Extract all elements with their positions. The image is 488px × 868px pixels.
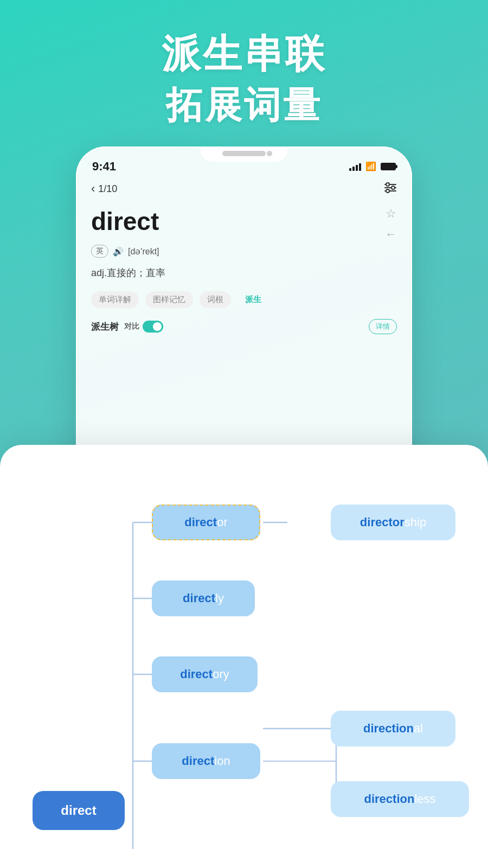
svg-point-4 [391,186,395,189]
nav-back[interactable]: ‹ 1/10 [91,182,117,196]
word-action-icons: ☆ ← [385,207,397,241]
battery-icon [381,163,396,170]
tab-image[interactable]: 图样记忆 [145,291,193,308]
signal-icon [349,162,361,171]
phone-time: 9:41 [92,159,116,174]
tree-card: direct director directorship directly di… [0,445,488,868]
directional-suffix: al [414,722,423,736]
node-directly[interactable]: directly [152,580,255,616]
direction-stem: direct [182,754,214,768]
direction-suffix: ion [214,754,230,768]
directory-stem: direct [180,667,213,681]
filter-icon[interactable] [384,182,397,196]
derivative-header: 派生树 对比 详情 [91,319,397,334]
title-line2: 拓展词量 [0,81,488,130]
wifi-icon: 📶 [365,161,376,171]
word-title: direct [91,207,159,236]
title-line1: 派生串联 [0,33,488,75]
node-direct[interactable]: direct [33,791,125,830]
node-directory[interactable]: directory [152,656,258,692]
directionless-stem: direction [364,792,414,806]
node-director[interactable]: director [152,505,260,540]
notch-pill [222,151,266,156]
directorship-stem: director [360,515,404,529]
nav-bar: ‹ 1/10 [91,182,397,196]
back-chevron-icon[interactable]: ‹ [91,182,95,196]
directory-suffix: ory [213,667,229,681]
director-suffix: or [217,515,228,529]
phonetic-lang-tag: 英 [91,245,108,258]
directly-suffix: ly [215,591,224,605]
notch-dot [267,151,272,156]
phonetic-text: [də'rekt] [128,246,159,257]
node-direct-label: direct [61,803,96,818]
tab-root[interactable]: 词根 [200,291,231,308]
phone-content: ‹ 1/10 direct [76,176,412,345]
toggle-switch[interactable] [143,321,163,333]
sound-icon[interactable]: 🔊 [113,246,124,257]
svg-point-5 [386,189,389,193]
tab-detail[interactable]: 单词详解 [91,291,139,308]
arrow-back-icon[interactable]: ← [385,227,397,241]
node-directionless[interactable]: directionless [331,781,469,817]
director-stem: direct [184,515,217,529]
node-direction[interactable]: direction [152,743,260,779]
word-definition: adj.直接的；直率 [91,266,397,279]
detail-button[interactable]: 详情 [369,319,397,334]
derivative-tree-label: 派生树 [91,321,119,333]
header-area: 派生串联 拓展词量 [0,0,488,130]
node-directorship[interactable]: directorship [331,505,455,540]
tab-bar: 单词详解 图样记忆 词根 派生 [91,291,397,308]
compare-toggle[interactable]: 对比 [124,321,163,333]
toggle-knob [153,322,162,331]
word-header: direct ☆ ← [91,207,397,241]
directional-stem: direction [363,722,414,736]
directionless-suffix: less [414,792,435,806]
bookmark-icon[interactable]: ☆ [386,207,396,221]
directly-stem: direct [183,591,215,605]
compare-label: 对比 [124,322,139,331]
tree-diagram: direct director directorship directly di… [16,477,472,852]
derivative-label: 派生树 对比 [91,321,163,333]
node-directional[interactable]: directional [331,711,455,746]
nav-progress: 1/10 [98,183,117,195]
tab-derivative[interactable]: 派生 [237,291,269,308]
status-icons: 📶 [349,161,396,171]
word-phonetic: 英 🔊 [də'rekt] [91,245,397,258]
phone-notch [201,146,287,162]
directorship-suffix: ship [404,515,426,529]
svg-point-3 [386,183,389,186]
